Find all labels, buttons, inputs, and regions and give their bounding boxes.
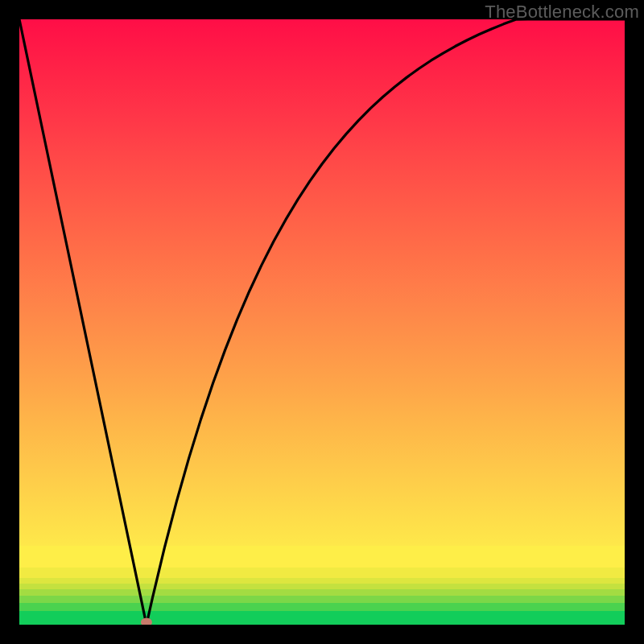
watermark-text: TheBottleneck.com — [485, 2, 639, 23]
bottleneck-chart — [19, 19, 625, 625]
chart-background — [19, 19, 625, 625]
chart-frame — [19, 19, 625, 625]
